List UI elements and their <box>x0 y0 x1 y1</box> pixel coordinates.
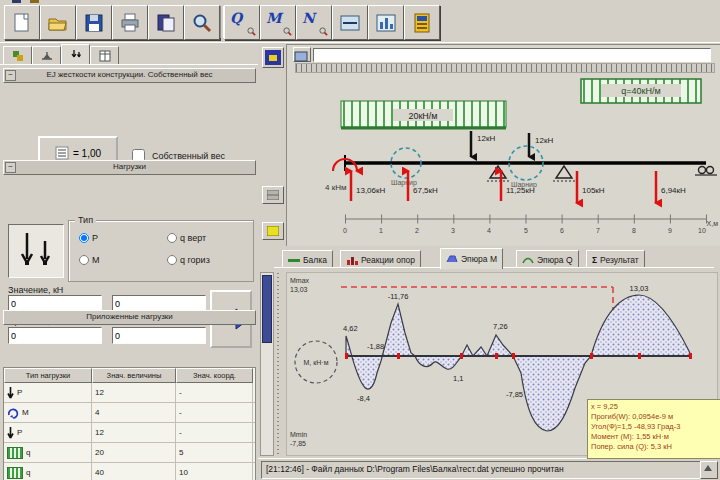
value-label: -11,76 <box>388 292 409 301</box>
load-type-m-label: M <box>92 255 100 265</box>
point-load-icon <box>7 387 14 399</box>
row-value: 40 <box>95 464 104 480</box>
grid-toggle-button[interactable] <box>262 186 284 204</box>
beam-view-button[interactable] <box>332 5 368 40</box>
stiffness-section-header[interactable]: − EJ жесткости конструкции. Собственный … <box>3 68 256 83</box>
self-weight-label: Собственный вес <box>152 151 225 161</box>
col-type-header[interactable]: Тип нагрузки <box>4 368 92 383</box>
status-message: [21:12:46] - Файл данных D:\Program File… <box>261 461 705 479</box>
status-scroll-button[interactable] <box>700 461 718 479</box>
diagram-n-button[interactable]: N <box>296 5 332 40</box>
row-value: 4 <box>95 404 99 422</box>
tab-beam[interactable]: Балка <box>282 250 333 268</box>
view-options-button[interactable] <box>262 47 284 68</box>
distributed-load-icon <box>7 467 23 479</box>
diagram-m-button[interactable]: M <box>260 5 296 40</box>
distributed-load[interactable]: 20кН/м <box>341 101 506 128</box>
diagram-q-button[interactable]: Q <box>224 5 260 40</box>
m-letter: M <box>266 10 282 26</box>
scheme-caption-field[interactable] <box>313 48 711 62</box>
loads-section-header[interactable]: − Нагрузки <box>3 160 256 175</box>
diagram-scrollbar[interactable] <box>260 272 274 456</box>
calculator-icon <box>411 12 433 34</box>
save-button[interactable] <box>76 5 112 40</box>
support-roller[interactable] <box>695 167 717 176</box>
support-1[interactable] <box>487 166 509 181</box>
value-label: Значение, кН <box>8 285 63 295</box>
zoom-button[interactable] <box>184 5 220 40</box>
table-row[interactable]: P 12 - <box>4 383 255 403</box>
scrollbar-thumb[interactable] <box>262 275 272 343</box>
paste-button[interactable] <box>148 5 184 40</box>
tab-shear-diagram[interactable]: Эпюра Q <box>516 250 579 268</box>
load-preview-box <box>8 224 64 278</box>
tooltip-line: Попер. сила (Q): 5,3 кН <box>591 442 720 452</box>
chart-view-button[interactable] <box>368 5 404 40</box>
collapse-icon[interactable]: − <box>5 70 16 81</box>
table-row[interactable]: P 12 - <box>4 423 255 443</box>
table-row[interactable]: q 20 5 <box>4 443 255 463</box>
row-coord: - <box>179 384 182 402</box>
calculator-button[interactable] <box>404 5 440 40</box>
point-load-2[interactable]: 12кН <box>529 133 553 157</box>
loads-header-label: Нагрузки <box>113 162 146 171</box>
tab-beam-label: Балка <box>303 255 327 265</box>
reaction-arrows: 13,06кН 67,5кН 11,25кН 105кН 6,94кН <box>351 171 686 203</box>
loads-icon <box>70 49 82 61</box>
tab-result[interactable]: Σ Результат <box>586 250 645 268</box>
tab-supports[interactable] <box>32 46 61 64</box>
point-loads-icon <box>9 225 61 275</box>
section-icon <box>55 146 69 160</box>
collapse-icon[interactable]: − <box>5 162 16 173</box>
window-menu-icon <box>30 0 39 3</box>
load-type-qgoriz-radio[interactable] <box>167 255 177 265</box>
tick-label: 5 <box>524 227 528 234</box>
load-type-qvert-radio[interactable] <box>167 233 177 243</box>
beam-scheme-canvas[interactable]: q=40кН/м 20кН/м 12кН 12кН <box>287 71 720 245</box>
print-button[interactable] <box>112 5 148 40</box>
dimension-line: 0 1 2 3 4 5 6 7 8 9 10 Х,м <box>343 219 718 234</box>
table-row[interactable]: q 40 10 <box>4 463 255 480</box>
moment-load-icon <box>7 407 19 419</box>
highlight-toggle-button[interactable] <box>262 222 284 240</box>
position-input-2[interactable] <box>112 327 206 344</box>
row-type: q <box>26 464 30 480</box>
tab-loads[interactable] <box>61 44 90 65</box>
tab-model[interactable] <box>3 46 32 64</box>
new-file-button[interactable] <box>4 5 40 40</box>
tick-label: 10 <box>698 227 706 234</box>
load-type-m-radio[interactable] <box>79 255 89 265</box>
scheme-mini-button[interactable] <box>293 47 311 62</box>
col-value-header[interactable]: Знач. величины <box>92 368 176 383</box>
distributed-load-label: 20кН/м <box>408 111 437 121</box>
reaction-2-label: 67,5кН <box>413 186 438 195</box>
open-file-button[interactable] <box>40 5 76 40</box>
tab-moment-diagram[interactable]: Эпюра М <box>440 248 503 269</box>
value-label: -1,88 <box>367 342 384 351</box>
tab-results[interactable] <box>90 46 119 64</box>
load-type-p-radio[interactable] <box>79 233 89 243</box>
table-row[interactable]: M 4 - <box>4 403 255 423</box>
clipboard-icon <box>155 12 177 34</box>
support-2[interactable] <box>553 166 575 181</box>
col-coord-header[interactable]: Знач. коорд. <box>176 368 253 383</box>
tick-label: 0 <box>343 227 347 234</box>
position-input-1[interactable] <box>8 327 102 344</box>
tick-label: 9 <box>668 227 672 234</box>
tooltip-line: x = 9,25 <box>591 402 720 412</box>
main-toolbar: Q M N <box>0 4 720 42</box>
model-icon <box>12 50 24 62</box>
moment-diagram-canvas[interactable]: М, кН·м Mmax 13,03 Mmin -7,85 4,62 -1,88… <box>286 272 718 456</box>
sigma-icon: Σ <box>592 255 597 265</box>
point-load-1[interactable]: 12кН <box>471 131 495 157</box>
radio-m-row: M <box>79 255 100 265</box>
axis-unit-text: М, кН·м <box>304 359 329 366</box>
splitter-gutter[interactable] <box>275 272 282 454</box>
status-bar: [21:12:46] - Файл данных D:\Program File… <box>258 458 720 480</box>
beam-tab-icon <box>288 256 300 264</box>
up-triangle-icon <box>701 462 715 476</box>
load-type-group: Тип P M q верт q гориз <box>68 220 254 282</box>
tab-reactions[interactable]: Реакции опор <box>340 250 421 268</box>
reaction-5-label: 6,94кН <box>661 186 686 195</box>
row-value: 12 <box>95 424 104 442</box>
